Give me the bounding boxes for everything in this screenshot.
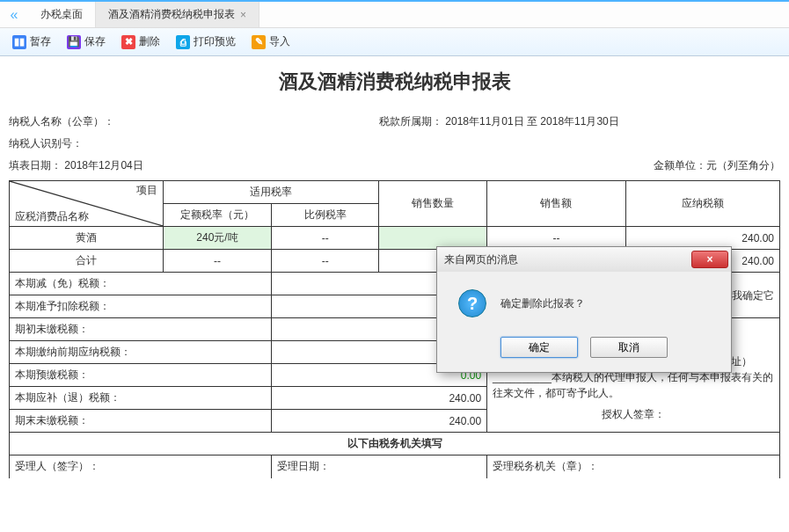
line-label: 本期准予扣除税额：	[10, 295, 272, 318]
dialog-message: 确定删除此报表？	[500, 296, 585, 311]
dialog-titlebar: 来自网页的消息 ×	[437, 247, 731, 272]
page-title: 酒及酒精消费税纳税申报表	[9, 63, 780, 111]
amount-unit: 金额单位：元（列至角分）	[588, 158, 780, 173]
dialog-close-button[interactable]: ×	[691, 251, 728, 268]
payer-id-label: 纳税人识别号：	[9, 136, 379, 151]
cancel-button[interactable]: 取消	[590, 337, 668, 358]
fill-date: 填表日期： 2018年12月04日	[9, 158, 379, 173]
tax-office-section: 以下由税务机关填写	[10, 433, 780, 455]
delete-button[interactable]: ✖删除	[121, 34, 160, 49]
question-icon: ?	[458, 289, 486, 317]
save-icon: 💾	[67, 35, 81, 49]
footer-f2: 受理日期：	[271, 455, 486, 478]
tab-close-icon[interactable]: ×	[240, 9, 246, 21]
line-label: 期初未缴税额：	[10, 318, 272, 341]
footer-f1: 受理人（签字）：	[10, 455, 272, 478]
save-button[interactable]: 💾保存	[67, 34, 106, 49]
dialog-title: 来自网页的消息	[444, 252, 518, 267]
line-label: 期末未缴税额：	[10, 410, 272, 433]
col-tax: 应纳税额	[625, 181, 779, 227]
print-preview-button[interactable]: ⎙打印预览	[176, 34, 236, 49]
tab-label: 办税桌面	[40, 7, 83, 22]
print-icon: ⎙	[176, 35, 190, 49]
tab-label: 酒及酒精消费税纳税申报表	[108, 7, 235, 22]
fixed-rate-cell[interactable]: 240元/吨	[164, 227, 272, 250]
tab-desktop[interactable]: 办税桌面	[28, 2, 96, 27]
import-button[interactable]: ✎导入	[252, 34, 290, 49]
col-fixed-rate: 定额税率（元）	[164, 204, 272, 227]
tab-bar: « 办税桌面 酒及酒精消费税纳税申报表 ×	[0, 2, 789, 28]
col-rate: 适用税率	[164, 181, 379, 204]
col-qty: 销售数量	[379, 181, 487, 227]
payer-name-label: 纳税人名称（公章）：	[9, 114, 379, 129]
close-icon: ×	[706, 253, 712, 266]
toolbar: ▮▮暂存 💾保存 ✖删除 ⎙打印预览 ✎导入	[0, 28, 789, 56]
import-icon: ✎	[252, 35, 266, 49]
ok-button[interactable]: 确定	[500, 337, 578, 358]
tabs-back-button[interactable]: «	[0, 7, 28, 23]
line-label: 本期应补（退）税额：	[10, 387, 272, 410]
tab-report[interactable]: 酒及酒精消费税纳税申报表 ×	[96, 2, 259, 27]
pause-icon: ▮▮	[12, 35, 26, 49]
line-label: 本期缴纳前期应纳税额：	[10, 341, 272, 364]
col-pct-rate: 比例税率	[271, 204, 379, 227]
line-label: 本期预缴税额：	[10, 364, 272, 387]
header-diagonal: 项目 应税消费品名称	[10, 181, 164, 227]
line-label: 本期减（免）税额：	[10, 273, 272, 295]
delete-icon: ✖	[121, 35, 135, 49]
period: 税款所属期： 2018年11月01日 至 2018年11月30日	[379, 114, 780, 129]
footer-f3: 受理税务机关（章）：	[487, 455, 780, 478]
confirm-dialog: 来自网页的消息 × ? 确定删除此报表？ 确定 取消	[436, 246, 732, 373]
col-amt: 销售额	[487, 181, 626, 227]
pause-button[interactable]: ▮▮暂存	[12, 34, 51, 49]
